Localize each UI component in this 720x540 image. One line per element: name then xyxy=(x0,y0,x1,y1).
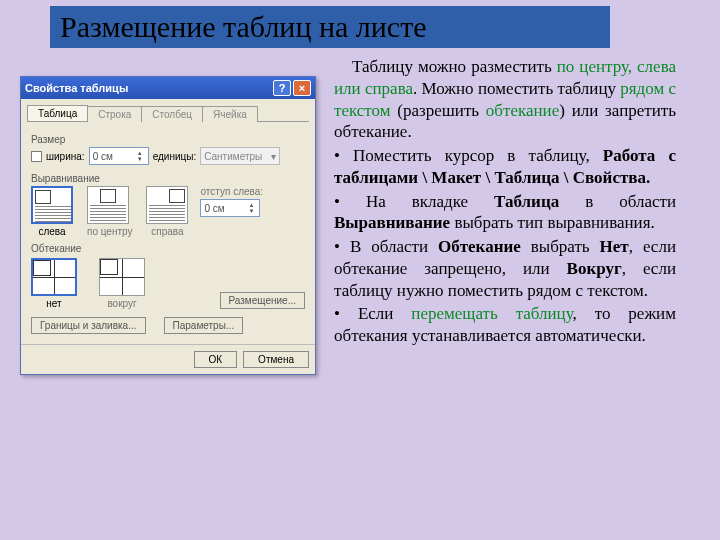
width-checkbox[interactable] xyxy=(31,151,42,162)
align-center-option[interactable]: по центру xyxy=(87,186,132,237)
align-left-option[interactable]: слева xyxy=(31,186,73,237)
explanatory-text: Таблицу можно разместить по центру, слев… xyxy=(330,56,700,375)
indent-input[interactable]: 0 см ▲▼ xyxy=(200,199,260,217)
help-icon[interactable]: ? xyxy=(273,80,291,96)
tab-column[interactable]: Столбец xyxy=(141,106,203,122)
align-right-option[interactable]: справа xyxy=(146,186,188,237)
text: . Можно поместить таблицу xyxy=(413,79,620,98)
width-input[interactable]: 0 см ▲▼ xyxy=(89,147,149,165)
wrap-none-option[interactable]: нет xyxy=(31,258,77,309)
indent-label: отступ слева: xyxy=(200,186,263,197)
text: • Если xyxy=(334,304,411,323)
borders-button[interactable]: Границы и заливка... xyxy=(31,317,146,334)
width-value: 0 см xyxy=(93,151,113,162)
cancel-button[interactable]: Отмена xyxy=(243,351,309,368)
tab-table[interactable]: Таблица xyxy=(27,105,88,121)
close-icon[interactable]: × xyxy=(293,80,311,96)
tab-cell[interactable]: Ячейка xyxy=(202,106,258,122)
wrap-none-label: нет xyxy=(31,298,77,309)
unit-combo[interactable]: Сантиметры▾ xyxy=(200,147,280,165)
text-accent: перемещать таблицу xyxy=(411,304,572,323)
size-section-label: Размер xyxy=(31,134,305,145)
text: выбрать xyxy=(521,237,600,256)
unit-value: Сантиметры xyxy=(204,151,262,162)
ok-button[interactable]: ОК xyxy=(194,351,238,368)
unit-label: единицы: xyxy=(153,151,197,162)
text-accent: обтекание xyxy=(486,101,559,120)
params-button[interactable]: Параметры... xyxy=(164,317,244,334)
align-section-label: Выравнивание xyxy=(31,173,305,184)
text: в области xyxy=(559,192,676,211)
text: • Поместить курсор в таблицу, xyxy=(334,146,603,165)
tab-row[interactable]: Строка xyxy=(87,106,142,122)
text: • На вкладке xyxy=(334,192,494,211)
dialog-titlebar: Свойства таблицы ? × xyxy=(21,77,315,99)
text-bold: Вокруг xyxy=(567,259,622,278)
text-bold: Таблица xyxy=(494,192,559,211)
text: выбрать тип выравнивания. xyxy=(450,213,655,232)
indent-value: 0 см xyxy=(204,203,224,214)
wrap-around-option[interactable]: вокруг xyxy=(99,258,145,309)
position-button[interactable]: Размещение... xyxy=(220,292,306,309)
text-bold: Выравнивание xyxy=(334,213,450,232)
dialog-title: Свойства таблицы xyxy=(25,82,128,94)
text: Таблицу можно разместить xyxy=(352,57,557,76)
text-bold: Обтекание xyxy=(438,237,521,256)
align-left-label: слева xyxy=(31,226,73,237)
table-properties-dialog: Свойства таблицы ? × Таблица Строка Стол… xyxy=(20,76,316,375)
width-label: ширина: xyxy=(46,151,85,162)
wrap-section-label: Обтекание xyxy=(31,243,305,254)
text: • В области xyxy=(334,237,438,256)
tab-strip: Таблица Строка Столбец Ячейка xyxy=(27,105,309,122)
text: (разрешить xyxy=(391,101,486,120)
text-bold: Нет xyxy=(600,237,629,256)
align-right-label: справа xyxy=(146,226,188,237)
slide-title: Размещение таблиц на листе xyxy=(50,6,610,48)
align-center-label: по центру xyxy=(87,226,132,237)
